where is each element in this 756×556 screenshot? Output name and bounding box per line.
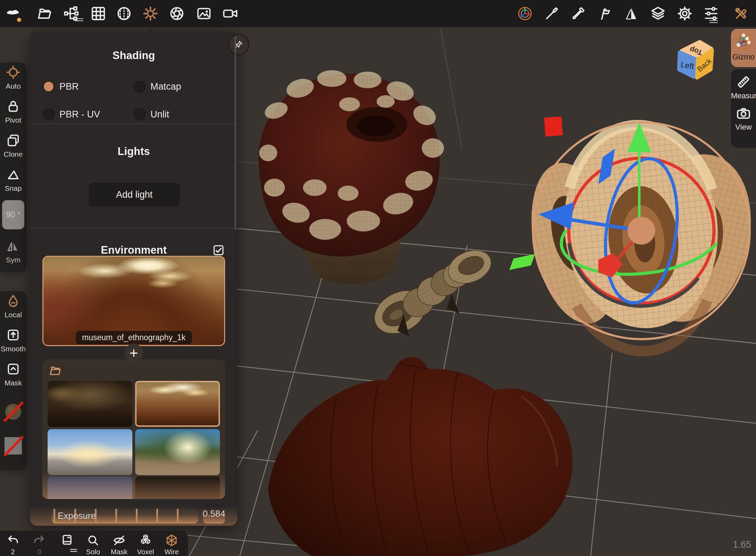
environment-preview[interactable]: museum_of_ethnography_1k [42,256,225,346]
clone-icon [6,133,21,148]
texture-disabled-button[interactable] [0,435,26,457]
undo-button[interactable]: 2 [2,533,24,556]
mask-icon [6,361,21,377]
sidebar-item-snap[interactable]: Snap [0,167,26,193]
section-divider [30,123,237,124]
sidebar-item-pivot[interactable]: Pivot [0,99,26,124]
gizmo-button[interactable]: Gizmo [731,29,756,67]
magnifier-icon [86,533,100,547]
postprocess-aperture-icon[interactable] [169,6,185,22]
shading-title: Shading [30,49,237,62]
local-drop-icon [6,293,21,309]
auto-target-icon [6,65,21,80]
add-light-button[interactable]: Add light [89,183,180,207]
adjust-sliders-icon[interactable] [703,6,719,22]
panel-notch [146,27,155,32]
background-image-icon[interactable] [196,6,212,22]
sliders-submenu-indicator [709,20,718,24]
view-button[interactable]: View [731,105,756,132]
symmetry-tool-icon[interactable] [623,6,639,22]
undo-count: 2 [2,548,24,556]
gizmo-button-label: Gizmo [731,52,756,62]
radio-dot-matcap[interactable] [134,81,146,92]
snap-label: Snap [0,184,26,193]
env-thumb-dusk[interactable] [48,476,132,499]
right-toolbar: Measure View [731,69,756,148]
gizmo-center-handle[interactable] [627,217,655,245]
redo-button[interactable]: 0 [28,533,50,556]
radio-dot-pbr-uv[interactable] [43,108,55,120]
topology-grid-icon[interactable] [90,6,106,22]
left-toolbar-lower: Local Smooth Mask [0,291,26,470]
wire-button[interactable]: Wire [161,533,183,556]
sidebar-item-auto[interactable]: Auto [0,65,26,90]
radio-matcap[interactable]: Matcap [134,81,181,92]
layers-tool-icon[interactable] [650,6,666,22]
left-toolbar-upper: Auto Pivot Clone Snap 90 ° Sym [0,63,26,272]
history-submenu-indicator [69,548,78,553]
history-button[interactable] [56,533,78,549]
sidebar-item-sym[interactable]: Sym [0,238,26,264]
smooth-icon [6,327,21,343]
ruler-icon [736,74,751,90]
gizmo-tool-icon[interactable] [517,6,533,22]
env-thumb-park[interactable] [135,429,220,475]
mask-view-button[interactable]: Mask [108,533,130,556]
app-window: Top Left Back [0,0,756,556]
gizmo-plane-handle-red[interactable] [544,116,563,136]
stroke-tool-icon[interactable] [597,6,613,22]
radio-label-pbr: PBR [59,81,79,92]
radio-pbr-uv[interactable]: PBR - UV [43,108,100,120]
gizmo-plane-handle-green[interactable] [509,254,535,270]
env-thumb-dark[interactable] [135,476,220,499]
add-environment-button[interactable] [124,344,143,362]
solo-button[interactable]: Solo [82,533,104,556]
panel-scrollbar[interactable] [235,35,236,230]
import-folder-icon[interactable] [49,364,62,377]
mushroom-model[interactable] [258,70,444,284]
camera-video-icon[interactable] [222,6,238,22]
environment-checkbox[interactable] [212,244,225,256]
snap-angle-button[interactable]: 90 ° [2,200,24,229]
radio-pbr[interactable]: PBR [43,81,79,92]
paint-tool-icon[interactable] [570,6,586,22]
settings-gear-icon[interactable] [677,6,693,22]
exposure-value: 0.584 [203,504,225,524]
pen-tool-icon[interactable] [544,6,560,22]
redo-icon [32,533,46,547]
view-label: View [731,123,756,132]
material-sphere-icon[interactable] [116,6,132,22]
radio-unlit[interactable]: Unlit [134,108,169,120]
notebook-icon [60,533,74,547]
sidebar-item-local[interactable]: Local [0,293,26,319]
lighting-sun-icon[interactable] [142,6,158,22]
sidebar-item-mask[interactable]: Mask [0,361,26,387]
measure-button[interactable]: Measure [731,74,756,100]
top-toolbar [0,0,756,27]
environment-name-badge: museum_of_ethnography_1k [76,331,192,344]
matcap-ball-slash-icon [3,401,24,422]
lights-title: Lights [30,145,237,158]
sidebar-item-smooth[interactable]: Smooth [0,327,26,353]
env-thumb-bridge[interactable] [48,429,132,475]
clone-label: Clone [0,150,26,158]
sidebar-item-clone[interactable]: Clone [0,133,26,158]
unsaved-indicator-dot [17,18,21,22]
lock-icon [6,99,21,114]
env-thumb-museum-selected[interactable] [135,381,220,427]
view-cube[interactable]: Top Left Back [679,42,713,78]
exposure-slider[interactable]: Exposure [51,508,198,524]
env-thumb-lounge[interactable] [48,381,132,427]
open-file-icon[interactable] [36,6,52,22]
radio-dot-pbr[interactable] [43,81,55,92]
matcap-disabled-button[interactable] [0,401,26,423]
angle-icon [6,167,21,182]
mask-view-label: Mask [108,548,130,556]
voxel-label: Voxel [134,548,157,556]
large-sculpt-model[interactable] [268,357,573,556]
debug-tools-icon[interactable] [733,6,749,22]
radio-dot-unlit[interactable] [134,108,146,120]
solo-label: Solo [82,548,104,556]
voxel-button[interactable]: Voxel [134,533,157,556]
measure-label: Measure [731,91,756,100]
